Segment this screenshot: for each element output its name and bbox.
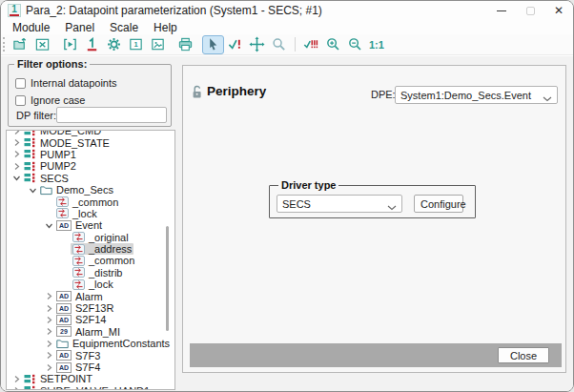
menu-bar: ModulePanelScaleHelp xyxy=(1,20,573,34)
svg-text:29: 29 xyxy=(60,329,68,336)
tree-item-EquipmentConstants[interactable]: EquipmentConstants xyxy=(7,338,174,349)
dp-type-icon xyxy=(24,137,36,148)
config-icon xyxy=(72,244,85,255)
minimize-button[interactable] xyxy=(487,1,516,20)
apply-check-icon[interactable] xyxy=(224,35,246,54)
chevron-expanded-icon[interactable] xyxy=(27,185,38,195)
tree-item-label: Demo_Secs xyxy=(56,184,113,196)
chevron-collapsed-icon[interactable] xyxy=(10,374,22,383)
tree-item-Alarm_MI[interactable]: 29Alarm_MI xyxy=(7,326,174,338)
para-module-icon[interactable] xyxy=(81,35,103,54)
chevron-expanded-icon[interactable] xyxy=(10,174,22,183)
tree-item-_lock[interactable]: _lock xyxy=(7,208,174,219)
tree-item-SETPOINT[interactable]: SETPOINT xyxy=(7,373,174,384)
print-icon[interactable] xyxy=(174,35,196,54)
tree-item-Alarm[interactable]: ADAlarm xyxy=(7,290,174,301)
badge-ad-icon: AD xyxy=(56,291,72,301)
svg-text:AD: AD xyxy=(59,305,69,312)
ignore-case-checkbox[interactable] xyxy=(15,95,26,106)
chevron-collapsed-icon[interactable] xyxy=(10,161,22,171)
tree-item-_original[interactable]: _original xyxy=(7,232,174,243)
tree-item-S7F3[interactable]: ADS7F3 xyxy=(7,349,174,361)
tree-item-Demo_Secs[interactable]: Demo_Secs xyxy=(7,184,174,196)
config-icon xyxy=(56,196,69,207)
dp-type-icon xyxy=(24,149,36,159)
chevron-collapsed-icon[interactable] xyxy=(10,138,22,148)
tree-item-S2F14[interactable]: ADS2F14 xyxy=(7,314,174,325)
close-button[interactable]: Close xyxy=(498,347,549,363)
driver-type-value: SECS xyxy=(282,198,311,210)
expander-spacer xyxy=(59,268,71,278)
open-module-icon[interactable] xyxy=(10,35,31,54)
zoom-reset[interactable]: 1:1 xyxy=(366,35,387,54)
search-icon[interactable] xyxy=(268,35,290,54)
chevron-collapsed-icon[interactable] xyxy=(43,303,54,313)
zoom-in-icon[interactable] xyxy=(322,35,344,54)
vision-module-icon[interactable] xyxy=(59,35,81,54)
chevron-collapsed-icon[interactable] xyxy=(43,292,54,301)
internal-datapoints-checkbox[interactable] xyxy=(15,78,26,89)
tree-item-_common[interactable]: _common xyxy=(7,196,174,207)
internal-datapoints-checkbox-row[interactable]: Internal datapoints xyxy=(15,77,117,89)
chevron-collapsed-icon[interactable] xyxy=(43,351,54,361)
tree-item-S7F4[interactable]: ADS7F4 xyxy=(7,361,174,373)
tree-item-_common[interactable]: _common xyxy=(7,255,174,266)
minimize-icon xyxy=(497,10,506,11)
expander-spacer xyxy=(59,256,71,265)
dpe-combobox[interactable]: System1:Demo_Secs.Event xyxy=(395,86,558,104)
tree-item-PUMP2[interactable]: PUMP2 xyxy=(7,160,174,172)
dp-filter-input[interactable] xyxy=(56,107,167,123)
chevron-collapsed-icon[interactable] xyxy=(10,386,22,390)
select-tool-icon[interactable] xyxy=(202,35,224,54)
zoom-out-icon[interactable] xyxy=(344,35,366,54)
driver-type-combobox[interactable]: SECS xyxy=(277,195,402,213)
chevron-collapsed-icon[interactable] xyxy=(10,150,22,159)
close-module-icon[interactable] xyxy=(31,35,53,54)
tree-item-label: PUMP2 xyxy=(40,160,76,172)
close-icon: ✕ xyxy=(554,5,564,16)
tree-item-MODE_STATE[interactable]: MODE_STATE xyxy=(7,136,174,148)
tree-item-_address[interactable]: _address xyxy=(7,243,174,255)
tree-item-_distrib[interactable]: _distrib xyxy=(7,267,174,279)
tree-item-Event[interactable]: ADEvent xyxy=(7,219,174,231)
apply-all-icon[interactable] xyxy=(300,35,322,54)
menu-panel[interactable]: Panel xyxy=(57,21,102,34)
tree-item-SECS[interactable]: SECS xyxy=(7,173,174,184)
tree-item-label: S7F4 xyxy=(75,361,100,373)
panel-title: Periphery xyxy=(207,84,266,98)
tree-item-MODE_CMD[interactable]: MODE_CMD xyxy=(7,130,174,136)
maximize-button[interactable] xyxy=(516,1,544,20)
ignore-case-checkbox-row[interactable]: Ignore case xyxy=(15,94,85,106)
expander-spacer xyxy=(43,197,54,207)
tree-item-S2F13R[interactable]: ADS2F13R xyxy=(7,302,174,314)
open-panel-icon[interactable]: 1 xyxy=(125,35,147,54)
tree-item-label: MODE_STATE xyxy=(40,137,110,149)
content-area: Filter options: Internal datapoints Igno… xyxy=(1,56,573,392)
chevron-collapsed-icon[interactable] xyxy=(10,130,22,135)
move-tool-icon[interactable] xyxy=(246,35,268,54)
chevron-collapsed-icon[interactable] xyxy=(43,315,54,324)
folder-icon xyxy=(40,185,52,196)
menu-scale[interactable]: Scale xyxy=(102,21,146,34)
chevron-collapsed-icon[interactable] xyxy=(43,362,54,372)
tree-item-PUMP1[interactable]: PUMP1 xyxy=(7,149,174,160)
tree-item-label: Alarm xyxy=(75,291,103,302)
chevron-expanded-icon[interactable] xyxy=(43,220,54,230)
close-window-button[interactable]: ✕ xyxy=(544,1,573,20)
tree-item-_lock[interactable]: _lock xyxy=(7,279,174,290)
system-settings-icon[interactable] xyxy=(103,35,125,54)
image-panel-icon[interactable] xyxy=(147,35,169,54)
chevron-collapsed-icon[interactable] xyxy=(43,339,54,348)
toolbar-grip[interactable] xyxy=(3,37,6,52)
tree-rows: MODE_CMDMODE_STATEPUMP1PUMP2SECSDemo_Sec… xyxy=(7,130,174,390)
menu-module[interactable]: Module xyxy=(5,21,57,34)
title-bar[interactable]: 1 Para_2: Datapoint parameterization (Sy… xyxy=(1,1,573,20)
chevron-collapsed-icon[interactable] xyxy=(43,327,54,337)
tree-item-SLIDE_VALVE_HAND1[interactable]: SLIDE_VALVE_HAND1 xyxy=(7,385,174,390)
configure-button[interactable]: Configure xyxy=(414,195,463,213)
driver-type-legend: Driver type xyxy=(278,179,338,191)
dp-filter-label: DP filter: xyxy=(16,110,56,121)
toolbar-buttons: 11:1 xyxy=(10,35,387,54)
tree-scrollbar-thumb[interactable] xyxy=(166,226,169,331)
menu-help[interactable]: Help xyxy=(146,21,185,34)
